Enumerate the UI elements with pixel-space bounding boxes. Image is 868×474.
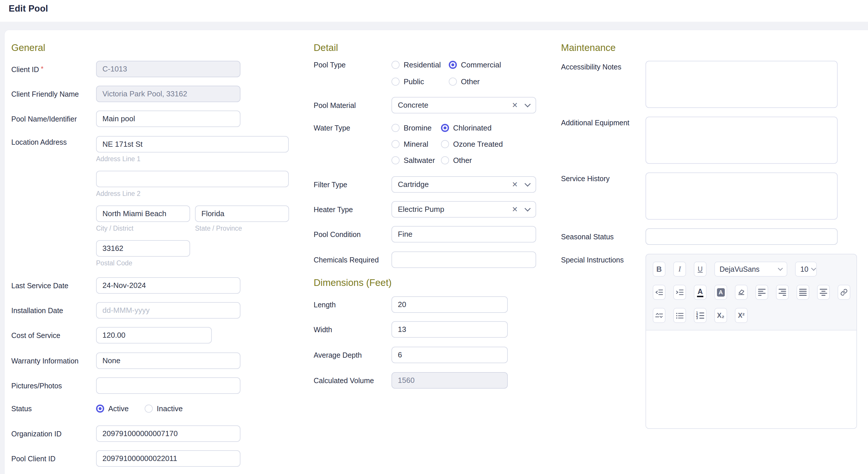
address-line1-input[interactable] [96,136,289,152]
editor-content-area[interactable] [646,330,857,429]
align-left-button[interactable] [755,285,768,300]
width-input[interactable] [392,321,508,338]
justify-button[interactable] [797,285,809,300]
pool-material-select[interactable]: Concrete ✕ [392,97,536,113]
chevron-down-icon[interactable] [525,205,531,211]
service-history-label: Service History [561,173,646,183]
highlight-color-button[interactable]: A [714,285,727,300]
accessibility-notes-textarea[interactable] [646,61,838,108]
organization-id-label: Organization ID [11,429,96,438]
align-right-button[interactable] [776,285,789,300]
water-type-option-bromine[interactable]: Bromine [392,124,441,132]
font-size-dropdown[interactable]: 10 [795,262,817,277]
italic-button[interactable]: I [673,262,686,277]
clear-icon[interactable]: ✕ [512,181,518,188]
water-type-option-ozone-treated[interactable]: Ozone Treated [441,140,503,148]
superscript-button[interactable]: X² [735,308,748,323]
pictures-input[interactable] [96,377,241,394]
service-history-row: Service History [561,173,863,219]
line-height-button[interactable] [653,308,665,323]
font-color-button[interactable]: A [694,285,707,300]
clear-icon[interactable]: ✕ [512,101,518,109]
chevron-down-icon[interactable] [525,181,531,187]
font-family-dropdown[interactable]: DejaVuSans [714,262,787,277]
radio-icon [449,78,457,86]
radio-icon [441,140,449,148]
postal-code-input[interactable] [96,240,190,257]
organization-id-input[interactable] [96,425,241,442]
clear-format-button[interactable] [735,285,748,300]
water-type-option-saltwater[interactable]: Saltwater [392,156,441,165]
water-type-option-other[interactable]: Other [441,156,503,165]
pool-name-label: Pool Name/Identifier [11,115,96,123]
additional-equipment-row: Additional Equipment [561,117,863,164]
water-type-radio-group: Bromine Chlorinated Mineral Ozone Treate… [392,124,503,165]
pool-type-option-commercial[interactable]: Commercial [449,61,501,69]
warranty-input[interactable] [96,352,241,369]
water-type-option-mineral[interactable]: Mineral [392,140,441,148]
pool-type-option-other[interactable]: Other [449,78,501,86]
pool-condition-label: Pool Condition [314,230,392,239]
bullet-list-button[interactable] [673,308,686,323]
outdent-button[interactable] [653,285,665,300]
heater-type-label: Heater Type [314,205,392,214]
pool-type-row: Pool Type Residential Commercial Public … [314,61,545,86]
subscript-button[interactable]: X₂ [714,308,727,323]
pool-type-option-public[interactable]: Public [392,78,449,86]
pool-condition-input[interactable] [392,226,536,242]
city-state-pair [96,205,294,222]
pool-client-id-input[interactable] [96,450,241,467]
chemicals-required-row: Chemicals Required [314,251,545,268]
address-line2-input[interactable] [96,171,289,187]
edit-pool-form-card: General Client ID* Client Friendly Name … [4,30,868,474]
indent-button[interactable] [673,285,686,300]
pictures-label: Pictures/Photos [11,381,96,390]
underline-button[interactable]: U [694,262,707,277]
status-option-active[interactable]: Active [96,405,129,413]
bold-button[interactable]: B [653,262,665,277]
pool-condition-row: Pool Condition [314,226,545,242]
width-label: Width [314,325,392,334]
water-type-option-chlorinated[interactable]: Chlorinated [441,124,503,132]
pool-name-input[interactable] [96,111,241,127]
client-friendly-name-input [96,86,241,102]
chemicals-required-input[interactable] [392,251,536,268]
insert-link-button[interactable] [838,285,850,300]
city-state-helpers: City / District State / Province [96,225,294,232]
accessibility-notes-row: Accessibility Notes [561,61,863,108]
width-row: Width [314,321,545,338]
filter-type-select[interactable]: Cartridge ✕ [392,176,536,193]
radio-icon [145,405,153,413]
last-service-date-input[interactable] [96,277,241,294]
status-option-inactive[interactable]: Inactive [145,405,183,413]
average-depth-input[interactable] [392,347,508,363]
cost-of-service-row: Cost of Service [11,327,301,344]
status-radio-group: Active Inactive [96,405,183,413]
clear-icon[interactable]: ✕ [512,206,518,213]
chevron-down-icon[interactable] [525,101,531,107]
align-center-button[interactable] [817,285,830,300]
additional-equipment-textarea[interactable] [646,117,838,164]
accessibility-notes-label: Accessibility Notes [561,61,646,71]
length-row: Length [314,296,545,313]
cost-of-service-input[interactable] [96,327,212,344]
numbered-list-button[interactable]: 1 2 3 [694,308,707,323]
editor-toolbar: B I U DejaVuSans 10 [646,255,857,330]
city-input[interactable] [96,205,190,222]
length-input[interactable] [392,296,508,313]
align-center-icon [820,288,827,297]
address-line1-helper: Address Line 1 [96,155,294,163]
pool-type-option-residential[interactable]: Residential [392,61,449,69]
average-depth-label: Average Depth [314,351,392,359]
radio-icon [441,156,449,165]
calculated-volume-row: Calculated Volume [314,372,545,389]
organization-id-row: Organization ID [11,425,301,442]
radio-icon [392,140,400,148]
heater-type-select[interactable]: Electric Pump ✕ [392,201,536,217]
seasonal-status-input[interactable] [646,228,838,245]
toolbar-row-2: A A [653,285,857,300]
installation-date-input[interactable] [96,302,241,319]
service-history-textarea[interactable] [646,173,838,219]
state-input[interactable] [195,205,289,222]
calculated-volume-label: Calculated Volume [314,376,392,385]
